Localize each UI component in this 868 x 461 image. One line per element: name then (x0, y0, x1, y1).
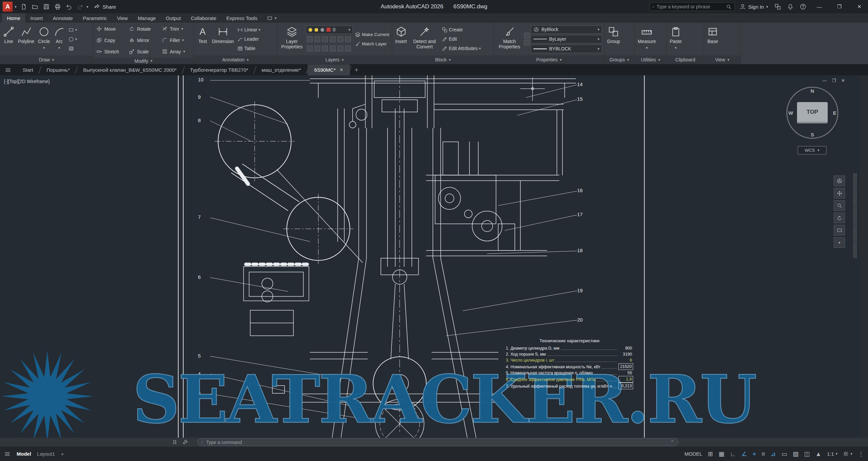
viewport-controls-label[interactable]: [-][Top][2D Wireframe] (4, 79, 50, 84)
layer-on-bulb-icon[interactable] (309, 28, 312, 32)
restore-button[interactable]: ❐ (831, 0, 848, 13)
ribbon-tab[interactable]: Express Tools (221, 13, 262, 23)
navbar-more-chevron-icon[interactable]: ▾ (834, 237, 845, 248)
ribbon-tab[interactable]: Parametric (78, 13, 112, 23)
search-input[interactable]: › Type a keyword or phrase (650, 2, 735, 11)
circle-button[interactable]: Circle▾ (37, 24, 51, 54)
linetype-dropdown[interactable]: ByLayer ▾ (531, 35, 602, 44)
scale-button[interactable]: Scale (128, 46, 159, 57)
layer-tool-icon[interactable] (307, 46, 313, 51)
make-current-button[interactable]: Make Current (354, 30, 390, 38)
viewcube-north[interactable]: N (811, 88, 814, 94)
layer-tool-icon[interactable] (345, 36, 351, 42)
file-tabs-menu-button[interactable] (0, 64, 16, 76)
document-tab[interactable]: Start (16, 64, 40, 76)
workspace-switching-button[interactable]: ▾ (843, 451, 852, 457)
dynamic-ucs-toggle-icon[interactable]: ⊿ (771, 451, 776, 457)
match-properties-button[interactable]: Match Properties (496, 24, 523, 54)
selection-cycling-toggle-icon[interactable]: ◫ (804, 451, 810, 457)
showmotion-button[interactable] (834, 225, 845, 235)
properties-list-icon[interactable] (524, 40, 530, 46)
dimension-button[interactable]: Dimension (211, 24, 235, 54)
ribbon-tab[interactable]: Home (2, 13, 25, 23)
viewcube[interactable]: N S W E TOP (784, 84, 841, 141)
layer-dropdown-chevron-icon[interactable]: ▾ (348, 28, 350, 32)
edit-block-button[interactable]: Edit (441, 35, 482, 43)
pan-button[interactable] (834, 188, 845, 199)
transparency-toggle-icon[interactable]: ▧ (793, 451, 798, 457)
qat-customize-chevron-icon[interactable]: ▾ (87, 5, 89, 9)
lineweight-toggle-icon[interactable]: ≡ (762, 451, 765, 457)
new-layout-button[interactable]: + (61, 451, 64, 457)
annotation-scale-button[interactable]: 1:1▾ (827, 451, 837, 457)
document-tab[interactable]: Турбогенератор ТВВ270* (183, 64, 255, 76)
polyline-button[interactable]: Polyline (17, 24, 36, 54)
copy-button[interactable]: Copy (95, 35, 126, 46)
command-input[interactable]: › Type a command ⌃ (197, 438, 678, 446)
full-navigation-wheel-button[interactable] (834, 175, 845, 186)
help-button[interactable] (798, 2, 808, 12)
layer-tool-icon[interactable] (314, 46, 320, 51)
layer-tool-icon[interactable] (314, 36, 320, 42)
fillet-button[interactable]: Fillet▾ (161, 35, 192, 46)
app-menu-chevron-icon[interactable]: ▾ (15, 5, 17, 9)
ribbon-tab[interactable]: Collaborate (186, 13, 222, 23)
ortho-toggle-icon[interactable]: ∟ (730, 451, 736, 457)
panel-utilities-label[interactable]: Utilities▾ (635, 55, 666, 64)
move-button[interactable]: Move (95, 24, 126, 34)
measure-button[interactable]: Measure▾ (637, 24, 657, 54)
new-drawing-tab-button[interactable]: + (350, 64, 363, 76)
document-tab[interactable]: Выпускной клапан_B&W_6S50MC 2000* (76, 64, 183, 76)
leader-button[interactable]: Leader (236, 35, 261, 43)
match-layer-button[interactable]: Match Layer (354, 40, 390, 48)
table-button[interactable]: Table (236, 45, 261, 52)
drawing-close-icon[interactable]: ✕ (841, 78, 845, 83)
group-button[interactable]: Group (606, 24, 621, 54)
panel-properties-label[interactable]: Properties▾ (494, 55, 604, 64)
snap-toggle-icon[interactable]: ▦ (719, 451, 724, 457)
viewcube-south[interactable]: S (811, 132, 814, 138)
polar-tracking-toggle-icon[interactable]: ∠ (741, 451, 747, 457)
ribbon-tab[interactable]: Manage (133, 13, 161, 23)
panel-draw-label[interactable]: Draw▾ (0, 55, 93, 64)
ribbon-tab[interactable]: Output (161, 13, 186, 23)
drawing-canvas[interactable]: [-][Top][2D Wireframe] — ❐ ✕ 109876543 1… (0, 76, 868, 438)
paste-button[interactable]: Paste▾ (669, 24, 683, 54)
dynamic-input-toggle-icon[interactable]: ▭ (781, 451, 787, 457)
share-button[interactable]: Share (90, 3, 119, 10)
ribbon-display-options-button[interactable]: ▾ (262, 13, 281, 23)
layer-freeze-sun-icon[interactable] (314, 28, 318, 32)
viewcube-top-face[interactable]: TOP (797, 102, 828, 123)
drawing-minimize-icon[interactable]: — (823, 78, 827, 83)
command-history-chevron-icon[interactable]: ⌃ (671, 440, 674, 445)
layer-tool-icon[interactable] (338, 36, 343, 42)
base-view-button[interactable]: Base (706, 24, 720, 54)
new-file-button[interactable] (19, 2, 29, 12)
object-snap-toggle-icon[interactable]: ⌖ (752, 451, 756, 457)
viewcube-east[interactable]: E (833, 110, 836, 116)
linear-dimension-button[interactable]: Linear▾ (236, 26, 261, 34)
close-tab-icon[interactable]: ✕ (340, 67, 343, 73)
grid-toggle-icon[interactable]: ⊞ (708, 451, 713, 457)
layer-tool-icon[interactable] (338, 46, 343, 51)
wcs-dropdown[interactable]: WCS▾ (798, 146, 826, 154)
customize-wrench-icon[interactable] (182, 439, 188, 445)
open-file-button[interactable] (30, 2, 40, 12)
stretch-button[interactable]: Stretch (95, 46, 126, 57)
close-button[interactable]: ✕ (851, 0, 868, 13)
ellipse-button[interactable]: ▾ (67, 35, 78, 43)
zoom-button[interactable] (834, 200, 845, 211)
detect-convert-button[interactable]: Detect and Convert (409, 24, 440, 54)
trim-button[interactable]: Trim▾ (161, 24, 192, 34)
layer-tool-icon[interactable] (345, 46, 351, 51)
layer-dropdown[interactable]: 0 ▾ (306, 26, 353, 34)
rectangle-button[interactable]: ▾ (67, 26, 78, 34)
insert-block-button[interactable]: Insert (394, 24, 408, 54)
redo-button[interactable] (75, 2, 85, 12)
annotation-visibility-toggle-icon[interactable]: ▲ (815, 451, 822, 457)
panel-layers-label[interactable]: Layers▾ (277, 55, 392, 64)
document-tab[interactable]: маш_отделение* (255, 64, 308, 76)
lineweight-dropdown[interactable]: BYBLOCK ▾ (531, 45, 602, 53)
anchored-palette-bar[interactable] (853, 173, 857, 259)
layer-tool-icon[interactable] (322, 36, 328, 42)
